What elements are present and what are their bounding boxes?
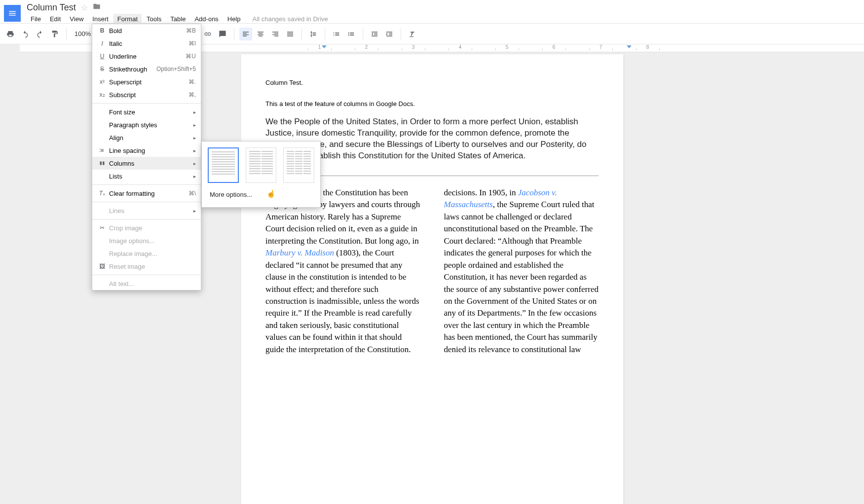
align-right-icon — [271, 30, 279, 38]
menu-file[interactable]: File — [27, 14, 45, 24]
align-right-button[interactable] — [269, 28, 282, 40]
ruler-tick: 1 — [296, 44, 343, 50]
format-lists[interactable]: Lists▸ — [92, 170, 201, 182]
bulleted-list-icon — [347, 30, 355, 38]
pointer-cursor-icon: ☝ — [266, 189, 276, 198]
app-menu-button[interactable] — [4, 5, 21, 22]
format-line-spacing[interactable]: Line spacing▸ — [92, 144, 201, 157]
paint-roller-icon — [51, 30, 59, 38]
menu-insert[interactable]: Insert — [88, 14, 113, 24]
format-replace-image: Replace image... — [92, 247, 201, 260]
align-justify-icon — [286, 30, 294, 38]
format-subscript[interactable]: x₂Subscript⌘, — [92, 88, 201, 101]
print-icon — [6, 30, 14, 38]
format-strikethrough[interactable]: SStrikethroughOption+Shift+5 — [92, 63, 201, 75]
ruler-tick: 5 — [484, 44, 530, 50]
menu-table[interactable]: Table — [166, 14, 189, 24]
menu-edit[interactable]: Edit — [46, 14, 65, 24]
menubar: File Edit View Insert Format Tools Table… — [27, 14, 328, 24]
ruler-tick: 4 — [437, 44, 484, 50]
folder-icon[interactable] — [93, 2, 101, 12]
columns-option-3[interactable] — [283, 147, 314, 183]
body-text: (1803), the Court declared “it cannot be… — [265, 248, 419, 354]
body-text: , the Supreme Court ruled that laws cann… — [444, 200, 599, 354]
insert-link-button[interactable] — [201, 28, 214, 40]
decrease-indent-button[interactable] — [368, 28, 381, 40]
save-status: All changes saved in Drive — [253, 15, 328, 23]
format-align[interactable]: Align▸ — [92, 131, 201, 144]
zoom-select[interactable]: 100% — [72, 30, 94, 37]
ruler-tick: 7 — [577, 44, 624, 50]
doc-title-text: Column Test. — [265, 79, 599, 86]
numbered-list-icon — [333, 30, 340, 38]
columns-option-2[interactable] — [246, 147, 277, 183]
insert-comment-button[interactable] — [216, 28, 229, 40]
menu-help[interactable]: Help — [224, 14, 245, 24]
hamburger-icon — [8, 9, 17, 18]
toolbar: 100% BBold⌘B IItalic⌘I UUnderline⌘U SStr… — [0, 24, 864, 44]
columns-option-1[interactable] — [208, 147, 239, 183]
undo-button[interactable] — [19, 28, 32, 40]
svg-point-1 — [348, 34, 349, 35]
line-spacing-icon — [309, 30, 317, 38]
increase-indent-button[interactable] — [383, 28, 396, 40]
columns-more-options[interactable]: More options... — [208, 188, 314, 201]
link-marbury[interactable]: Marbury v. Madison — [265, 248, 334, 257]
svg-point-0 — [348, 32, 349, 33]
format-columns[interactable]: Columns▸ — [92, 157, 201, 170]
print-button[interactable] — [4, 28, 17, 40]
bulleted-list-button[interactable] — [345, 28, 358, 40]
menu-view[interactable]: View — [66, 14, 87, 24]
paint-format-button[interactable] — [48, 28, 61, 40]
ruler-tick: 6 — [530, 44, 577, 50]
format-reset-image: 🖼Reset image — [92, 260, 201, 273]
ruler-tick: 8 — [624, 44, 671, 50]
align-left-icon — [242, 30, 250, 38]
format-clear[interactable]: TₓClear formatting⌘\ — [92, 187, 201, 200]
ruler-tick: 2 — [343, 44, 390, 50]
format-image-options: Image options... — [92, 234, 201, 247]
columns-submenu: More options... — [201, 141, 321, 208]
comment-icon — [219, 30, 226, 38]
body-text: decisions. In 1905, in — [444, 188, 518, 197]
document-page[interactable]: Column Test. This a test of the feature … — [241, 54, 623, 504]
format-alt-text: Alt text... — [92, 277, 201, 290]
indent-increase-icon — [385, 30, 393, 38]
menu-format[interactable]: Format — [113, 14, 142, 24]
format-superscript[interactable]: x²Superscript⌘. — [92, 75, 201, 88]
format-dropdown: BBold⌘B IItalic⌘I UUnderline⌘U SStriketh… — [92, 24, 201, 290]
format-paragraph-styles[interactable]: Paragraph styles▸ — [92, 118, 201, 131]
align-justify-button[interactable] — [284, 28, 297, 40]
menu-tools[interactable]: Tools — [143, 14, 165, 24]
numbered-list-button[interactable] — [330, 28, 343, 40]
ruler-tick: 3 — [390, 44, 437, 50]
undo-icon — [21, 30, 29, 38]
align-left-button[interactable] — [239, 28, 252, 40]
indent-decrease-icon — [371, 30, 378, 38]
svg-point-2 — [348, 35, 349, 36]
link-icon — [204, 30, 212, 38]
format-underline[interactable]: UUnderline⌘U — [92, 50, 201, 63]
format-crop-image: ✂Crop image — [92, 221, 201, 234]
format-lines: Lines▸ — [92, 204, 201, 217]
redo-button[interactable] — [34, 28, 46, 40]
format-bold[interactable]: BBold⌘B — [92, 24, 201, 37]
doc-intro-text: This a test of the feature of columns in… — [265, 100, 599, 108]
header-bar: Column Test ☆ File Edit View Insert Form… — [0, 0, 864, 24]
format-font-size[interactable]: Font size▸ — [92, 106, 201, 118]
clear-format-icon — [409, 30, 416, 38]
line-spacing-button[interactable] — [307, 28, 320, 40]
align-center-icon — [257, 30, 264, 38]
star-icon[interactable]: ☆ — [81, 3, 88, 12]
two-column-body: The Preamble to the Constitution has bee… — [265, 187, 599, 356]
align-center-button[interactable] — [254, 28, 267, 40]
document-title[interactable]: Column Test — [27, 2, 76, 13]
menu-addons[interactable]: Add-ons — [190, 14, 222, 24]
format-italic[interactable]: IItalic⌘I — [92, 37, 201, 50]
redo-icon — [36, 30, 44, 38]
clear-formatting-button[interactable] — [406, 28, 419, 40]
